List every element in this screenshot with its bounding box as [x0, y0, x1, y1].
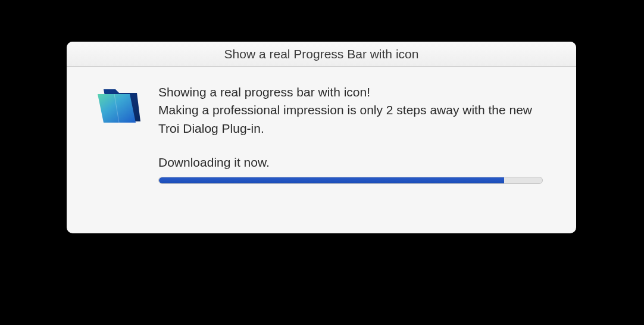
- text-area: Showing a real progress bar with icon! M…: [158, 83, 543, 184]
- title-bar: Show a real Progress Bar with icon: [67, 42, 576, 67]
- body-line-1: Showing a real progress bar with icon!: [158, 85, 370, 99]
- progress-fill: [159, 177, 504, 183]
- body-text: Showing a real progress bar with icon! M…: [158, 83, 543, 138]
- status-text: Downloading it now.: [158, 155, 543, 170]
- dialog-title: Show a real Progress Bar with icon: [224, 47, 419, 61]
- folder-icon: [95, 83, 142, 184]
- dialog-content: Showing a real progress bar with icon! M…: [67, 67, 576, 201]
- body-line-2: Making a professional impression is only…: [158, 103, 532, 135]
- progress-bar: [158, 177, 543, 184]
- progress-dialog: Show a real Progress Bar with icon: [67, 42, 576, 233]
